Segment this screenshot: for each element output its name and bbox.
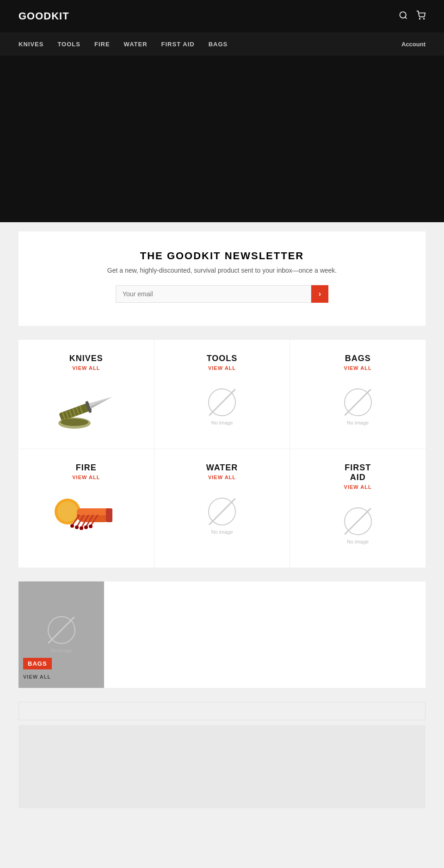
svg-point-0 [400, 12, 406, 18]
first-aid-no-image-label: No image [347, 539, 369, 544]
category-card-bags[interactable]: BAGS VIEW ALL No image [290, 340, 426, 449]
category-card-water[interactable]: WATER VIEW ALL No image [154, 449, 290, 568]
category-name-bags: BAGS [345, 354, 371, 363]
navigation: KNIVES TOOLS FIRE WATER FIRST AID BAGS A… [0, 32, 444, 56]
nav-links: KNIVES TOOLS FIRE WATER FIRST AID BAGS [18, 41, 401, 48]
header-icons [399, 11, 426, 22]
svg-point-25 [80, 526, 83, 530]
category-name-first-aid: FIRSTAID [345, 463, 371, 482]
category-image-water: No image [185, 488, 259, 544]
bottom-gray-area [18, 725, 426, 808]
featured-view-all[interactable]: VIEW ALL [23, 674, 51, 680]
bottom-section [0, 697, 444, 822]
nav-item-knives[interactable]: KNIVES [18, 41, 43, 48]
categories-section: KNIVES VIEW ALL [0, 335, 444, 577]
category-image-fire [49, 488, 123, 544]
svg-point-24 [75, 525, 79, 529]
nav-item-bags[interactable]: BAGS [209, 41, 228, 48]
category-card-knives[interactable]: KNIVES VIEW ALL [18, 340, 154, 449]
search-icon[interactable] [399, 11, 408, 22]
featured-card[interactable]: No image BAGS VIEW ALL [18, 581, 426, 688]
nav-item-tools[interactable]: TOOLS [57, 41, 80, 48]
svg-point-27 [89, 525, 92, 528]
newsletter-section: THE GOODKIT NEWSLETTER Get a new, highly… [0, 222, 444, 335]
first-aid-no-image-icon [344, 507, 372, 535]
category-name-water: WATER [206, 463, 238, 473]
category-card-first-aid[interactable]: FIRSTAID VIEW ALL No image [290, 449, 426, 568]
header: GOODKIT [0, 0, 444, 32]
newsletter-form: › [116, 285, 328, 303]
category-image-knives [49, 379, 123, 435]
category-name-fire: FIRE [76, 463, 97, 473]
featured-badge: BAGS [23, 658, 52, 669]
category-card-tools[interactable]: TOOLS VIEW ALL No image [154, 340, 290, 449]
nav-item-first-aid[interactable]: FIRST AID [161, 41, 195, 48]
category-image-tools: No image [185, 379, 259, 435]
svg-point-3 [424, 18, 425, 19]
category-view-all-first-aid[interactable]: VIEW ALL [344, 484, 372, 490]
tools-no-image-label: No image [211, 420, 233, 425]
category-image-first-aid: No image [321, 498, 395, 554]
water-no-image-icon [208, 498, 236, 525]
svg-point-15 [57, 501, 78, 522]
water-no-image-label: No image [211, 529, 233, 535]
category-view-all-fire[interactable]: VIEW ALL [72, 475, 100, 480]
newsletter-subtitle: Get a new, highly-discounted, survival p… [46, 267, 398, 274]
featured-image: No image BAGS VIEW ALL [18, 581, 104, 688]
svg-point-2 [419, 18, 420, 19]
category-name-knives: KNIVES [69, 354, 103, 363]
email-input[interactable] [116, 285, 311, 303]
category-view-all-tools[interactable]: VIEW ALL [208, 365, 236, 371]
newsletter-title: THE GOODKIT NEWSLETTER [46, 250, 398, 262]
newsletter-box: THE GOODKIT NEWSLETTER Get a new, highly… [18, 231, 426, 326]
category-name-tools: TOOLS [207, 354, 238, 363]
category-image-bags: No image [321, 379, 395, 435]
featured-no-image-area: No image [18, 581, 104, 688]
account-link[interactable]: Account [401, 41, 426, 48]
category-card-fire[interactable]: FIRE VIEW ALL [18, 449, 154, 568]
cart-icon[interactable] [416, 11, 426, 22]
svg-point-23 [70, 524, 74, 528]
featured-no-image-icon [48, 616, 75, 644]
svg-rect-28 [106, 508, 112, 522]
nav-item-fire[interactable]: FIRE [94, 41, 110, 48]
svg-point-26 [84, 525, 88, 529]
logo[interactable]: GOODKIT [18, 10, 69, 22]
category-view-all-knives[interactable]: VIEW ALL [72, 365, 100, 371]
svg-line-1 [405, 17, 407, 19]
hero-banner [0, 56, 444, 222]
svg-point-13 [61, 418, 88, 426]
categories-grid: KNIVES VIEW ALL [18, 340, 426, 568]
bags-no-image-icon [344, 388, 372, 416]
bags-no-image-label: No image [347, 420, 369, 425]
tools-no-image-icon [208, 388, 236, 416]
bottom-bar [18, 702, 426, 720]
featured-section: No image BAGS VIEW ALL [0, 577, 444, 697]
category-view-all-water[interactable]: VIEW ALL [208, 475, 236, 480]
nav-item-water[interactable]: WATER [124, 41, 148, 48]
newsletter-submit-button[interactable]: › [311, 285, 328, 303]
featured-no-image-label: No image [50, 648, 72, 653]
category-view-all-bags[interactable]: VIEW ALL [344, 365, 372, 371]
